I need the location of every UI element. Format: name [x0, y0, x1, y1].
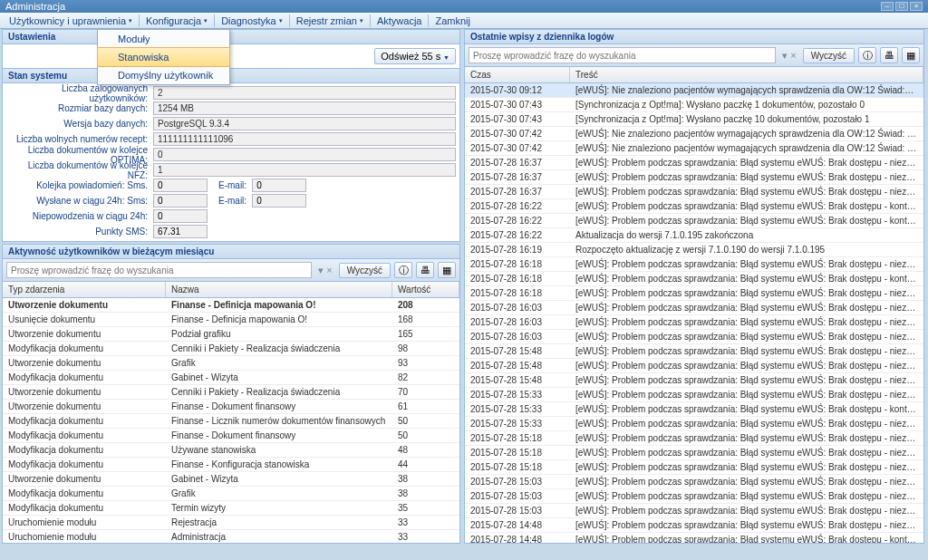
table-row[interactable]: 2015-07-28 16:18[eWUŚ]: Problem podczas …	[465, 257, 923, 272]
table-row[interactable]: 2015-07-28 15:18[eWUŚ]: Problem podczas …	[465, 431, 923, 446]
table-row[interactable]: Uruchomienie modułuRejestracja33	[3, 516, 459, 530]
table-row[interactable]: 2015-07-28 16:03[eWUŚ]: Problem podczas …	[465, 301, 923, 315]
table-row[interactable]: Utworzenie dokumentuCenniki i Pakiety - …	[3, 385, 459, 400]
table-row[interactable]: 2015-07-28 15:33[eWUŚ]: Problem podczas …	[465, 402, 923, 417]
grid-icon[interactable]: ▦	[902, 47, 920, 63]
table-row[interactable]: 2015-07-30 07:43[Synchronizacja z Opt!ma…	[465, 98, 923, 112]
col-typ[interactable]: Typ zdarzenia	[3, 282, 166, 297]
cell-nazwa: Gabinet - Wizyta	[166, 472, 392, 486]
grid-icon[interactable]: ▦	[438, 262, 456, 278]
menu-diagnostyka[interactable]: Diagnostyka▾	[216, 14, 288, 28]
table-row[interactable]: 2015-07-28 15:33[eWUŚ]: Problem podczas …	[465, 417, 923, 431]
clear-search-icon[interactable]: ▾ ×	[315, 265, 334, 276]
clear-search-icon[interactable]: ▾ ×	[779, 50, 798, 62]
table-row[interactable]: 2015-07-28 15:48[eWUŚ]: Problem podczas …	[465, 344, 923, 359]
stan-row: Punkty SMS:67.31	[3, 224, 459, 239]
activity-clear-button[interactable]: Wyczyść	[339, 263, 391, 278]
print-icon[interactable]: 🖶	[880, 47, 898, 63]
maximize-icon[interactable]: □	[895, 2, 908, 11]
stan-label: Niepowodzenia w ciągu 24h:	[6, 211, 153, 221]
cell-czas: 2015-07-28 15:33	[465, 417, 570, 430]
dropdown-item-moduły[interactable]: Moduły	[98, 30, 229, 48]
col-nazwa[interactable]: Nazwa	[166, 282, 392, 297]
table-row[interactable]: 2015-07-30 07:43[Synchronizacja z Opt!ma…	[465, 112, 923, 127]
cell-wartosc: 50	[392, 429, 459, 442]
table-row[interactable]: Utworzenie dokumentuPodział grafiku165	[3, 327, 459, 342]
table-row[interactable]: 2015-07-28 14:48[eWUŚ]: Problem podczas …	[465, 518, 923, 533]
table-row[interactable]: Modyfikacja dokumentuCenniki i Pakiety -…	[3, 342, 459, 356]
cell-tresc: [eWUŚ]: Problem podczas sprawdzania: Błą…	[570, 199, 923, 213]
table-row[interactable]: 2015-07-28 16:37[eWUŚ]: Problem podczas …	[465, 170, 923, 185]
menu-aktywacja[interactable]: Aktywacja	[372, 14, 428, 28]
chevron-down-icon: ▼	[443, 54, 450, 61]
table-row[interactable]: 2015-07-28 15:48[eWUŚ]: Problem podczas …	[465, 373, 923, 388]
close-icon[interactable]: ×	[910, 2, 923, 11]
col-czas[interactable]: Czas	[465, 67, 570, 82]
table-row[interactable]: 2015-07-28 15:03[eWUŚ]: Problem podczas …	[465, 475, 923, 489]
table-row[interactable]: 2015-07-28 16:22Aktualizacja do wersji 7…	[465, 228, 923, 243]
cell-tresc: [eWUŚ]: Problem podczas sprawdzania: Błą…	[570, 214, 923, 227]
menu-rejestr-zmian[interactable]: Rejestr zmian▾	[291, 14, 369, 28]
cell-nazwa: Finanse - Konfiguracja stanowiska	[166, 458, 392, 471]
table-row[interactable]: 2015-07-28 15:03[eWUŚ]: Problem podczas …	[465, 489, 923, 504]
minimize-icon[interactable]: –	[881, 2, 894, 11]
menu-konfiguracja[interactable]: Konfiguracja▾	[140, 14, 213, 28]
table-row[interactable]: 2015-07-28 15:33[eWUŚ]: Problem podczas …	[465, 388, 923, 402]
table-row[interactable]: 2015-07-28 16:37[eWUŚ]: Problem podczas …	[465, 156, 923, 170]
table-row[interactable]: Modyfikacja dokumentuFinanse - Dokument …	[3, 429, 459, 443]
logs-clear-button[interactable]: Wyczyść	[803, 48, 855, 63]
stan-value: 0	[153, 209, 208, 223]
cell-tresc: [eWUŚ]: Problem podczas sprawdzania: Błą…	[570, 504, 923, 517]
table-row[interactable]: Modyfikacja dokumentuTermin wizyty35	[3, 501, 459, 516]
info-icon[interactable]: ⓘ	[394, 262, 412, 278]
table-row[interactable]: 2015-07-30 09:12[eWUŚ]: Nie znaleziono p…	[465, 83, 923, 98]
table-row[interactable]: 2015-07-28 15:03[eWUŚ]: Problem podczas …	[465, 504, 923, 518]
cell-tresc: [eWUŚ]: Nie znaleziono pacjentów wymagaj…	[570, 141, 923, 155]
dropdown-item-domyślny-użytkownik[interactable]: Domyślny użytkownik	[98, 66, 229, 84]
cell-nazwa: Grafik	[166, 356, 392, 370]
stan-value: 111111111111096	[153, 132, 456, 146]
col-wartosc[interactable]: Wartość	[392, 282, 459, 297]
table-row[interactable]: 2015-07-28 14:48[eWUŚ]: Problem podczas …	[465, 533, 923, 543]
table-row[interactable]: 2015-07-28 16:22[eWUŚ]: Problem podczas …	[465, 199, 923, 214]
cell-tresc: [eWUŚ]: Problem podczas sprawdzania: Błą…	[570, 156, 923, 169]
print-icon[interactable]: 🖶	[416, 262, 434, 278]
activity-grid-body[interactable]: Utworzenie dokumentuFinanse - Definicja …	[3, 298, 459, 543]
table-row[interactable]: 2015-07-28 16:03[eWUŚ]: Problem podczas …	[465, 330, 923, 344]
table-row[interactable]: Modyfikacja dokumentuGabinet - Wizyta82	[3, 371, 459, 385]
table-row[interactable]: 2015-07-30 07:42[eWUŚ]: Nie znaleziono p…	[465, 141, 923, 156]
col-tresc[interactable]: Treść	[570, 67, 923, 82]
refresh-label: Odśwież 55 s	[381, 51, 440, 62]
table-row[interactable]: Modyfikacja dokumentuFinanse - Konfigura…	[3, 458, 459, 472]
logs-grid-body[interactable]: 2015-07-30 09:12[eWUŚ]: Nie znaleziono p…	[465, 83, 923, 543]
table-row[interactable]: Utworzenie dokumentuGrafik93	[3, 356, 459, 371]
table-row[interactable]: 2015-07-28 16:37[eWUŚ]: Problem podczas …	[465, 185, 923, 199]
table-row[interactable]: Utworzenie dokumentuGabinet - Wizyta38	[3, 472, 459, 487]
activity-search-input[interactable]	[6, 262, 312, 278]
table-row[interactable]: 2015-07-30 07:42[eWUŚ]: Nie znaleziono p…	[465, 127, 923, 141]
table-row[interactable]: 2015-07-28 16:18[eWUŚ]: Problem podczas …	[465, 286, 923, 301]
table-row[interactable]: 2015-07-28 16:03[eWUŚ]: Problem podczas …	[465, 315, 923, 330]
table-row[interactable]: Utworzenie dokumentuFinanse - Dokument f…	[3, 400, 459, 414]
table-row[interactable]: Modyfikacja dokumentuFinanse - Licznik n…	[3, 414, 459, 429]
table-row[interactable]: Modyfikacja dokumentuUżywane stanowiska4…	[3, 443, 459, 458]
table-row[interactable]: Uruchomienie modułuAdministracja33	[3, 530, 459, 543]
table-row[interactable]: Modyfikacja dokumentuGrafik38	[3, 487, 459, 501]
panel-aktywnosc-header: Aktywność użytkowników w bieżącym miesią…	[2, 244, 460, 259]
logs-search-input[interactable]	[469, 47, 776, 63]
info-icon[interactable]: ⓘ	[858, 47, 876, 63]
table-row[interactable]: Usunięcie dokumentuFinanse - Definicja m…	[3, 313, 459, 327]
table-row[interactable]: 2015-07-28 16:18[eWUŚ]: Problem podczas …	[465, 272, 923, 286]
menu-użytkownicy-i-uprawnienia[interactable]: Użytkownicy i uprawnienia▾	[4, 14, 138, 28]
table-row[interactable]: Utworzenie dokumentuFinanse - Definicja …	[3, 298, 459, 313]
table-row[interactable]: 2015-07-28 16:19Rozpoczęto aktualizację …	[465, 243, 923, 257]
menu-zamknij[interactable]: Zamknij	[430, 14, 476, 28]
table-row[interactable]: 2015-07-28 16:22[eWUŚ]: Problem podczas …	[465, 214, 923, 228]
table-row[interactable]: 2015-07-28 15:18[eWUŚ]: Problem podczas …	[465, 460, 923, 475]
table-row[interactable]: 2015-07-28 15:18[eWUŚ]: Problem podczas …	[465, 446, 923, 460]
table-row[interactable]: 2015-07-28 15:48[eWUŚ]: Problem podczas …	[465, 359, 923, 373]
cell-tresc: [eWUŚ]: Problem podczas sprawdzania: Błą…	[570, 272, 923, 285]
dropdown-item-stanowiska[interactable]: Stanowiska	[97, 47, 230, 67]
stan-email-label: E-mail:	[208, 196, 252, 206]
refresh-button[interactable]: Odśwież 55 s ▼	[374, 48, 456, 64]
